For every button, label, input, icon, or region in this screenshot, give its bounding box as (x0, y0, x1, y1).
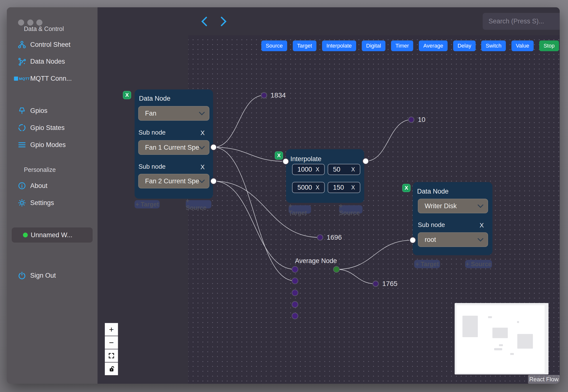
value-node: 1765 (373, 280, 397, 288)
value-node-text: 1696 (327, 234, 342, 241)
zoom-out-button[interactable]: − (105, 336, 118, 349)
connection-handle[interactable] (210, 144, 217, 151)
add-source-chip[interactable]: + Source (339, 205, 362, 213)
minimap-node-rect (462, 316, 478, 337)
node-title: Interpolate (290, 155, 321, 163)
average-node-title: Average Node (295, 257, 337, 265)
app-window: Data & Control Control Sheet Data Nodes (7, 7, 560, 384)
minimap-node-rect (517, 334, 533, 349)
remove-sub-node-button[interactable]: X (200, 129, 205, 137)
average-input-handle[interactable] (292, 290, 298, 296)
chevron-down-icon (477, 202, 484, 210)
flow-edge (214, 181, 295, 269)
clear-value-button[interactable]: X (351, 184, 355, 191)
flow-edge (336, 269, 376, 284)
add-target-chip[interactable]: + Target (414, 260, 440, 268)
writer-type-select[interactable]: Writer Disk (418, 199, 488, 213)
interpolate-input[interactable]: 5000X (292, 182, 325, 193)
palette-button-value[interactable]: Value (512, 41, 534, 51)
palette-button-average[interactable]: Average (419, 41, 448, 51)
clear-value-button[interactable]: X (316, 166, 319, 173)
average-output-handle[interactable] (333, 266, 340, 273)
add-source-chip[interactable]: + Source (465, 260, 492, 268)
minimap-node-rect (499, 344, 503, 346)
canvas-layer: SourceTargetInterpolateDigitalTimerAvera… (7, 7, 560, 384)
connection-handle[interactable] (210, 178, 217, 184)
palette-button-digital[interactable]: Digital (362, 41, 385, 51)
value-node-dot[interactable] (373, 280, 379, 287)
interpolate-node[interactable]: Interpolate 1000X 50X 5000X 150X (286, 149, 364, 203)
chevron-down-icon (199, 110, 205, 117)
chevron-down-icon (477, 236, 484, 244)
palette-button-switch[interactable]: Switch (481, 41, 506, 51)
flow-edge (214, 95, 264, 147)
fan-sub2-select[interactable]: Fan 2 Current Spe (138, 174, 209, 188)
minimap-node-rect (494, 348, 502, 350)
zoom-in-button[interactable]: + (105, 323, 118, 336)
average-input-handle[interactable] (292, 278, 298, 284)
add-target-chip[interactable]: + Target (289, 205, 311, 213)
data-node-writer-disk[interactable]: Data Node Writer Disk Sub node X root (413, 182, 492, 255)
remove-sub-node-button[interactable]: X (480, 222, 484, 229)
palette-button-source[interactable]: Source (261, 41, 287, 51)
node-title: Data Node (417, 188, 449, 195)
react-flow-attribution: React Flow (528, 375, 560, 384)
clear-value-button[interactable]: X (316, 184, 319, 191)
value-node-text: 1834 (271, 91, 286, 99)
lock-toggle-button[interactable] (105, 363, 118, 375)
palette-button-delay[interactable]: Delay (453, 41, 476, 51)
flow-edge (214, 147, 295, 281)
delete-node-button[interactable]: X (402, 184, 411, 192)
minimap-node-rect (517, 321, 519, 323)
fan-type-select[interactable]: Fan (138, 106, 209, 121)
clear-value-button[interactable]: X (351, 166, 355, 173)
add-source-chip[interactable]: + Source (186, 200, 211, 209)
value-node: 1696 (317, 234, 342, 241)
value-node-text: 1765 (382, 280, 397, 288)
value-node-text: 10 (418, 116, 425, 124)
minimap-node-rect (488, 316, 492, 318)
remove-sub-node-button[interactable]: X (200, 163, 205, 171)
flow-edge (336, 240, 413, 269)
writer-sub-select[interactable]: root (418, 232, 488, 247)
node-title: Data Node (139, 95, 170, 102)
minimap-node-rect (510, 353, 514, 355)
flow-controls: + − (105, 323, 118, 375)
connection-handle[interactable] (409, 237, 416, 244)
fit-view-button[interactable] (105, 349, 118, 362)
minimap[interactable] (455, 303, 549, 375)
sub-node-label: Sub node (139, 163, 166, 170)
palette-button-stop[interactable]: Stop (539, 41, 559, 51)
node-palette: SourceTargetInterpolateDigitalTimerAvera… (261, 41, 559, 51)
value-node: 1834 (261, 91, 286, 99)
sub-node-label: Sub node (418, 221, 445, 229)
sub-node-label: Sub node (139, 129, 166, 136)
value-node-dot[interactable] (317, 234, 323, 241)
palette-button-target[interactable]: Target (293, 41, 317, 51)
average-input-handle[interactable] (292, 301, 298, 308)
palette-button-timer[interactable]: Timer (391, 41, 413, 51)
data-node-fan[interactable]: Data Node Fan Sub node X Fan 1 Current S… (135, 89, 213, 199)
fan-sub1-select[interactable]: Fan 1 Current Spe (138, 140, 209, 155)
delete-node-button[interactable]: X (123, 91, 131, 99)
interpolate-input[interactable]: 50X (328, 164, 360, 175)
flow-edge (366, 120, 411, 161)
value-node-dot[interactable] (408, 116, 415, 123)
average-input-handle[interactable] (292, 266, 298, 273)
interpolate-input[interactable]: 150X (328, 182, 360, 193)
interpolate-input[interactable]: 1000X (292, 164, 325, 175)
minimap-node-rect (492, 328, 508, 338)
chevron-down-icon (199, 178, 205, 185)
connection-handle[interactable] (282, 158, 289, 165)
delete-node-button[interactable]: X (275, 151, 283, 160)
average-input-handle[interactable] (292, 313, 298, 319)
chevron-down-icon (199, 144, 205, 151)
value-node-dot[interactable] (261, 92, 267, 98)
connection-handle[interactable] (362, 158, 369, 165)
add-target-chip[interactable]: + Target (135, 200, 160, 209)
palette-button-interpolate[interactable]: Interpolate (322, 41, 356, 51)
value-node: 10 (408, 116, 425, 124)
